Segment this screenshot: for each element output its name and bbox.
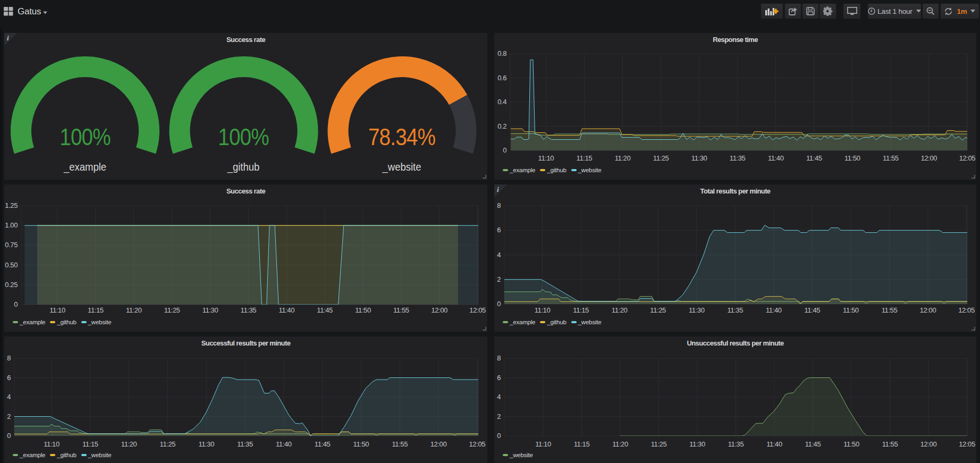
svg-text:11:30: 11:30 (202, 306, 218, 314)
svg-text:11:20: 11:20 (612, 306, 628, 314)
svg-text:4: 4 (7, 393, 11, 401)
svg-text:11:25: 11:25 (160, 440, 176, 448)
svg-text:11:40: 11:40 (278, 306, 294, 314)
svg-text:11:10: 11:10 (535, 440, 551, 448)
svg-text:11:25: 11:25 (651, 440, 667, 448)
svg-text:12:05: 12:05 (959, 154, 976, 162)
svg-text:11:25: 11:25 (650, 306, 666, 314)
svg-text:12:05: 12:05 (958, 306, 975, 314)
svg-text:11:15: 11:15 (88, 306, 104, 314)
svg-text:11:55: 11:55 (393, 306, 409, 314)
svg-text:11:15: 11:15 (573, 306, 589, 314)
svg-text:0.25: 0.25 (5, 281, 18, 289)
svg-text:0.4: 0.4 (497, 98, 506, 106)
svg-text:2: 2 (497, 275, 501, 283)
svg-text:11:35: 11:35 (237, 440, 253, 448)
svg-text:2: 2 (7, 413, 11, 420)
svg-text:11:40: 11:40 (766, 306, 782, 314)
svg-text:6: 6 (7, 374, 11, 382)
svg-text:6: 6 (497, 226, 501, 234)
svg-text:1.00: 1.00 (5, 221, 18, 229)
svg-text:11:50: 11:50 (353, 440, 369, 448)
svg-text:12:00: 12:00 (431, 306, 447, 314)
svg-text:11:10: 11:10 (535, 306, 551, 314)
svg-text:0.75: 0.75 (5, 241, 18, 249)
svg-text:11:20: 11:20 (615, 154, 631, 162)
svg-text:11:45: 11:45 (315, 440, 331, 448)
svg-text:12:05: 12:05 (959, 440, 975, 448)
svg-text:4: 4 (497, 251, 501, 259)
svg-text:11:35: 11:35 (727, 306, 743, 314)
svg-text:11:25: 11:25 (653, 154, 669, 162)
svg-text:11:45: 11:45 (805, 306, 821, 314)
svg-text:0: 0 (497, 300, 501, 308)
svg-text:11:10: 11:10 (44, 440, 60, 448)
svg-text:11:40: 11:40 (766, 440, 782, 448)
svg-text:11:20: 11:20 (126, 306, 142, 314)
svg-text:11:30: 11:30 (689, 440, 705, 448)
svg-text:8: 8 (7, 354, 11, 362)
svg-text:11:30: 11:30 (691, 154, 707, 162)
svg-text:11:30: 11:30 (198, 440, 214, 448)
svg-text:0: 0 (503, 146, 506, 154)
svg-text:12:05: 12:05 (469, 306, 486, 314)
svg-text:11:40: 11:40 (276, 440, 292, 448)
svg-text:2: 2 (497, 413, 501, 420)
svg-text:11:15: 11:15 (577, 154, 593, 162)
svg-text:12:05: 12:05 (469, 440, 486, 448)
svg-text:8: 8 (497, 201, 501, 209)
svg-text:1.25: 1.25 (5, 201, 18, 209)
svg-text:11:55: 11:55 (882, 440, 898, 448)
svg-text:11:50: 11:50 (843, 306, 859, 314)
svg-text:11:15: 11:15 (574, 440, 590, 448)
svg-text:11:55: 11:55 (392, 440, 408, 448)
svg-text:11:40: 11:40 (768, 154, 784, 162)
svg-text:0.2: 0.2 (497, 122, 506, 130)
svg-text:11:45: 11:45 (806, 154, 822, 162)
svg-text:12:00: 12:00 (920, 440, 937, 448)
svg-text:0: 0 (7, 432, 11, 440)
svg-text:8: 8 (497, 354, 501, 362)
svg-text:11:50: 11:50 (355, 306, 371, 314)
svg-text:11:45: 11:45 (317, 306, 333, 314)
svg-text:12:00: 12:00 (921, 154, 937, 162)
svg-text:4: 4 (497, 393, 501, 401)
svg-text:12:00: 12:00 (920, 306, 936, 314)
svg-text:11:50: 11:50 (844, 154, 860, 162)
svg-text:11:35: 11:35 (241, 306, 257, 314)
svg-text:11:15: 11:15 (82, 440, 98, 448)
svg-text:0.8: 0.8 (497, 49, 506, 57)
svg-text:11:30: 11:30 (689, 306, 705, 314)
svg-text:11:20: 11:20 (612, 440, 628, 448)
svg-text:12:00: 12:00 (430, 440, 447, 448)
svg-text:11:55: 11:55 (883, 154, 899, 162)
svg-text:11:10: 11:10 (49, 306, 65, 314)
svg-text:6: 6 (497, 374, 501, 382)
svg-text:0: 0 (497, 432, 501, 440)
svg-text:11:45: 11:45 (805, 440, 821, 448)
svg-text:0.50: 0.50 (5, 261, 18, 269)
svg-text:11:50: 11:50 (843, 440, 859, 448)
svg-text:11:35: 11:35 (730, 154, 746, 162)
svg-text:11:10: 11:10 (538, 154, 554, 162)
svg-text:11:35: 11:35 (728, 440, 744, 448)
svg-text:11:20: 11:20 (121, 440, 137, 448)
svg-text:11:25: 11:25 (164, 306, 180, 314)
svg-text:0.6: 0.6 (497, 74, 506, 82)
svg-text:0: 0 (14, 300, 18, 308)
svg-text:11:55: 11:55 (882, 306, 898, 314)
